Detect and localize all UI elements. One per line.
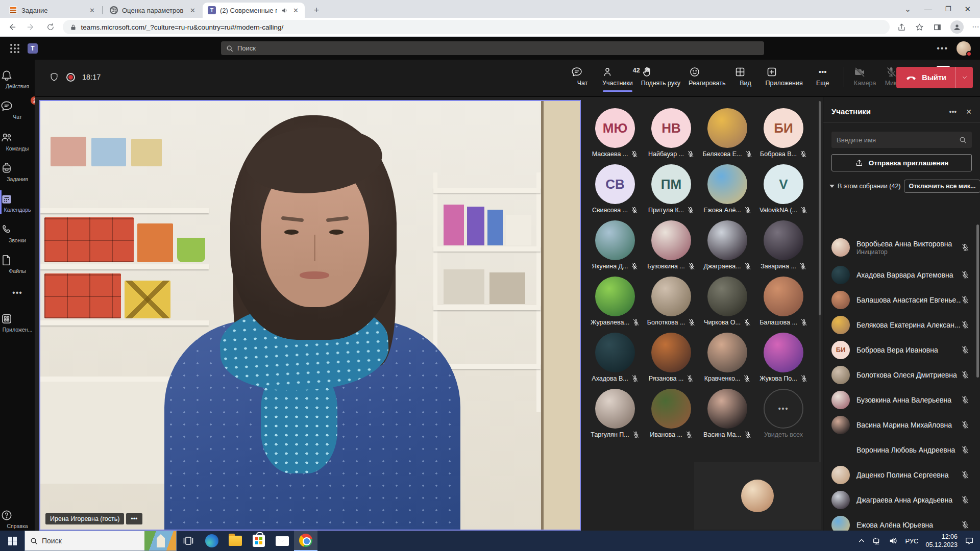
browser-menu-icon[interactable]: ⋮ <box>972 23 980 31</box>
tab-close-icon[interactable]: ✕ <box>292 7 300 14</box>
participant-tile[interactable]: НВ Найбауэр ... <box>643 108 699 164</box>
chat-toggle-button[interactable]: Чат <box>567 64 598 90</box>
sidebar-item-more[interactable]: ••• <box>0 288 35 297</box>
participant-tile[interactable]: Бузовкина ... <box>643 220 699 277</box>
speaker-options-icon[interactable]: ••• <box>126 513 142 524</box>
participant-tile[interactable]: Ежова Алё... <box>699 164 755 220</box>
participant-tile[interactable]: Кравченко... <box>699 333 755 389</box>
window-menu-chevron-icon[interactable]: ⌄ <box>904 5 911 14</box>
edge-icon[interactable] <box>200 531 224 551</box>
participant-tile[interactable]: Балашова ... <box>755 277 812 333</box>
file-explorer-icon[interactable] <box>224 531 247 551</box>
bookmark-star-icon[interactable] <box>915 22 924 32</box>
raise-hand-button[interactable]: Поднять руку <box>637 64 684 90</box>
window-restore-icon[interactable]: ❐ <box>945 5 951 13</box>
browser-tab-2[interactable]: Оценка параметров и проекти ✕ <box>105 3 202 18</box>
participant-tile[interactable]: Ахадова В... <box>587 333 643 389</box>
teams-user-avatar[interactable] <box>957 41 971 56</box>
chrome-icon[interactable] <box>294 531 317 551</box>
self-view-tile[interactable] <box>694 462 821 530</box>
sidebar-item-assignments[interactable]: Задания <box>0 162 35 182</box>
panel-more-icon[interactable]: ••• <box>949 108 957 116</box>
view-button[interactable]: Вид <box>730 64 762 90</box>
volume-icon[interactable] <box>889 536 898 545</box>
participant-tile[interactable]: Белякова Е... <box>699 108 755 164</box>
browser-tab-3-active[interactable]: T (2) Современные подходы ✕ <box>203 3 305 18</box>
participant-row[interactable]: Бузовкина Анна Валерьевна <box>823 387 976 412</box>
action-center-icon[interactable] <box>965 536 974 545</box>
share-page-icon[interactable] <box>897 22 906 32</box>
apps-button[interactable]: Приложения <box>762 64 807 90</box>
participant-tile[interactable]: Болоткова ... <box>643 277 699 333</box>
participant-row[interactable]: Воробьева Анна Викторовна Инициатор <box>823 233 976 262</box>
participant-row[interactable]: Ежова Алёна Юрьевна <box>823 512 976 531</box>
participant-row[interactable]: Васина Марина Михайловна <box>823 412 976 437</box>
participant-row[interactable]: Джаграева Анна Аркадьевна <box>823 487 976 512</box>
participant-tile[interactable]: Якунина Д... <box>587 220 643 277</box>
shield-icon[interactable] <box>49 72 59 82</box>
teams-search-input[interactable] <box>237 44 759 52</box>
participant-tile[interactable]: Джаграева... <box>699 220 755 277</box>
language-indicator[interactable]: РУС <box>905 537 918 545</box>
network-icon[interactable] <box>872 536 881 545</box>
participant-tile[interactable]: Журавлева... <box>587 277 643 333</box>
reload-icon[interactable] <box>43 19 58 35</box>
start-button[interactable] <box>0 531 24 551</box>
browser-tab-1[interactable]: Задание ✕ <box>4 3 101 18</box>
participant-tile[interactable]: Чиркова О... <box>699 277 755 333</box>
participant-tile[interactable]: МЮ Маскаева ... <box>587 108 643 164</box>
participant-row[interactable]: Ахадова Варвара Артемовна <box>823 262 976 287</box>
sidebar-item-calls[interactable]: Звонки <box>0 223 35 243</box>
participant-row[interactable]: Болоткова Олеся Дмитриевна <box>823 362 976 387</box>
participant-tile[interactable]: Заварина ... <box>755 220 812 277</box>
sidebar-item-apps[interactable]: Приложен... <box>0 312 35 333</box>
participants-search-input[interactable] <box>837 136 959 144</box>
leave-button[interactable]: Выйти <box>896 67 955 88</box>
address-bar[interactable]: teams.microsoft.com/_?culture=ru-ru&coun… <box>63 20 890 34</box>
participant-tile[interactable]: СВ Свиясова ... <box>587 164 643 220</box>
microsoft-store-icon[interactable] <box>247 531 271 551</box>
taskbar-search[interactable] <box>24 531 177 551</box>
leave-options-button[interactable] <box>955 67 973 88</box>
participant-tile[interactable]: Иванова ... <box>643 389 699 445</box>
tray-expand-icon[interactable] <box>858 537 865 544</box>
participant-tile[interactable]: ••• Увидеть всех <box>755 389 812 445</box>
participant-tile[interactable]: Рязанова ... <box>643 333 699 389</box>
sidebar-item-chat[interactable]: 2 Чат <box>0 99 35 120</box>
participant-row[interactable]: Даценко Полина Сергеевна <box>823 462 976 487</box>
taskbar-clock[interactable]: 12:06 05.12.2023 <box>925 533 958 549</box>
mail-icon[interactable] <box>271 531 294 551</box>
participant-tile[interactable]: БИ Боброва В... <box>755 108 812 164</box>
sidebar-item-help[interactable]: Справка <box>0 509 35 529</box>
task-view-button[interactable] <box>177 531 200 551</box>
waffle-icon[interactable] <box>10 44 19 53</box>
react-button[interactable]: Реагировать <box>684 64 730 90</box>
participants-search[interactable] <box>831 132 972 148</box>
section-collapse-icon[interactable] <box>829 185 835 188</box>
tab-audio-icon[interactable] <box>281 7 288 14</box>
tab-close-icon[interactable]: ✕ <box>189 7 197 14</box>
back-icon[interactable] <box>4 19 19 35</box>
tab-close-icon[interactable]: ✕ <box>88 7 96 14</box>
participants-toggle-button[interactable]: 42 Участники <box>598 64 637 90</box>
participant-row[interactable]: Воронина Любовь Андреевна <box>823 437 976 462</box>
panel-scrollbar[interactable] <box>976 224 979 378</box>
teams-more-icon[interactable]: ••• <box>937 44 948 53</box>
sidebar-item-teams[interactable]: Команды <box>0 131 35 152</box>
participant-tile[interactable]: Таргулян П... <box>587 389 643 445</box>
sidebar-item-calendar[interactable]: Календарь <box>0 192 35 213</box>
participant-row[interactable]: Балашова Анастасия Евгенье... <box>823 287 976 312</box>
sidebar-item-activity[interactable]: Действия <box>0 69 35 89</box>
new-tab-button[interactable]: + <box>310 4 323 16</box>
more-actions-button[interactable]: ••• Еще <box>807 64 839 90</box>
active-speaker-video[interactable]: Ирена Игоревна (гость) ••• <box>39 100 581 531</box>
participant-tile[interactable]: V ValovikNA (... <box>755 164 812 220</box>
send-invite-button[interactable]: Отправка приглашения <box>831 154 972 171</box>
camera-button[interactable]: Камера <box>849 64 881 90</box>
sidebar-item-files[interactable]: Файлы <box>0 254 35 274</box>
participant-row[interactable]: Белякова Екатерина Алексан... <box>823 312 976 337</box>
participant-row[interactable]: БИ Боброва Вера Ивановна <box>823 337 976 362</box>
mute-all-button[interactable]: Отключить все мик... <box>904 180 980 193</box>
forward-icon[interactable] <box>23 19 39 35</box>
search-highlight-image[interactable] <box>144 531 176 550</box>
